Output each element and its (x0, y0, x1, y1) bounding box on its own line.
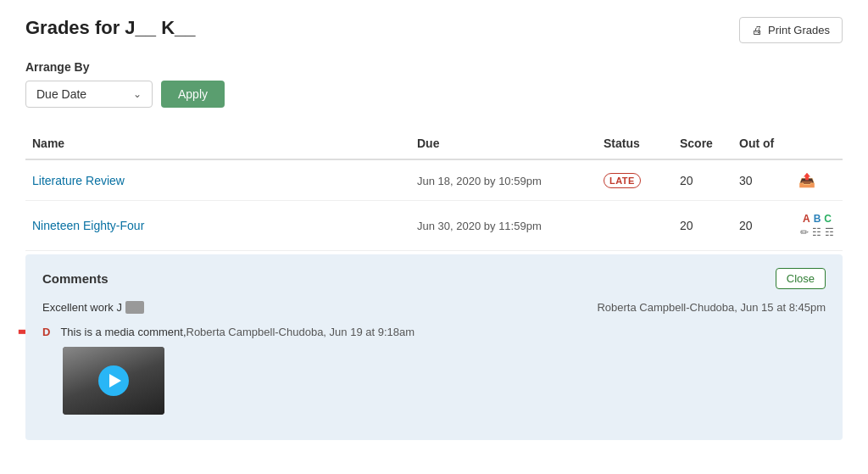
media-thumbnail[interactable] (63, 342, 164, 415)
table-body: Literature Review Jun 18, 2020 by 10:59p… (25, 159, 843, 251)
due-date-cell: Jun 18, 2020 by 10:59pm (410, 159, 597, 201)
col-due-header: Due (410, 128, 597, 159)
score-value: 20 (680, 219, 693, 232)
due-date-text: Jun 30, 2020 by 11:59pm (417, 220, 542, 232)
table-header: Name Due Status Score Out of (25, 128, 843, 159)
chevron-down-icon: ⌄ (133, 88, 142, 100)
arrange-by-dropdown[interactable]: Due Date ⌄ (25, 81, 153, 108)
comments-wrapper: ➔ Comments Close Excellent work J...... … (25, 254, 843, 440)
apply-button[interactable]: Apply (161, 81, 225, 108)
comment-content: D This is a media comment, (42, 326, 186, 338)
dropdown-value: Due Date (36, 87, 86, 101)
blurred-name: ...... (125, 301, 144, 314)
score-cell: 20 (673, 201, 732, 251)
assignment-name-cell: Literature Review (25, 159, 410, 201)
col-actions-header (792, 128, 843, 159)
outof-cell: 20 (732, 201, 792, 251)
comment-content: Excellent work J...... (42, 301, 597, 314)
actions-cell: 📤 (792, 159, 843, 201)
rubric-a: A (803, 213, 810, 225)
close-comments-button[interactable]: Close (776, 268, 826, 289)
page-title: Grades for J__ K__ (25, 17, 196, 39)
score-cell: 20 (673, 159, 732, 201)
col-outof-header: Out of (732, 128, 792, 159)
comments-title: Comments (42, 271, 108, 286)
literature-review-link[interactable]: Literature Review (32, 174, 125, 187)
video-thumbnail[interactable] (63, 347, 164, 415)
comment-row: D This is a media comment, Roberta Campb… (42, 326, 415, 338)
comment-item: Excellent work J...... Roberta Campbell-… (42, 301, 826, 314)
grades-table: Name Due Status Score Out of Literature … (25, 128, 843, 251)
col-name-header: Name (25, 128, 410, 159)
arrange-label: Arrange By (25, 60, 843, 74)
score-value: 20 (680, 174, 693, 187)
rubric-icon-2: ☷ (812, 226, 821, 238)
col-status-header: Status (597, 128, 673, 159)
arrange-section: Arrange By Due Date ⌄ Apply (25, 60, 843, 108)
outof-cell: 30 (732, 159, 792, 201)
play-icon (109, 374, 121, 388)
assignment-name-cell: Nineteen Eighty-Four (25, 201, 410, 251)
table-row: Nineteen Eighty-Four Jun 30, 2020 by 11:… (25, 201, 843, 251)
rubric-icon-1: ✏ (800, 226, 809, 238)
comments-header: Comments Close (42, 268, 826, 289)
col-score-header: Score (673, 128, 732, 159)
actions-cell: A B C ✏ ☷ ☶ (792, 201, 843, 251)
comment-author: Roberta Campbell-Chudoba, Jun 15 at 8:45… (597, 301, 826, 314)
printer-icon: 🖨 (752, 24, 763, 36)
rubric-icon: A B C ✏ ☷ ☶ (798, 213, 836, 238)
status-cell (597, 201, 673, 251)
table-row: Literature Review Jun 18, 2020 by 10:59p… (25, 159, 843, 201)
page-header: Grades for J__ K__ 🖨 Print Grades (25, 17, 843, 43)
rubric-b: B (814, 213, 821, 225)
comments-panel: Comments Close Excellent work J...... Ro… (25, 254, 843, 440)
outof-value: 30 (739, 174, 753, 187)
rubric-c: C (824, 213, 832, 225)
submit-icon: 📤 (798, 173, 815, 187)
status-cell: LATE (597, 159, 673, 201)
rubric-icon-3: ☶ (825, 226, 834, 238)
print-grades-button[interactable]: 🖨 Print Grades (739, 17, 843, 43)
d-label: D (42, 326, 50, 338)
late-badge: LATE (604, 173, 641, 188)
outof-value: 20 (739, 219, 753, 232)
grades-page: Grades for J__ K__ 🖨 Print Grades Arrang… (0, 0, 868, 474)
comment-text: Excellent work J...... (42, 301, 144, 314)
arrange-controls: Due Date ⌄ Apply (25, 81, 843, 108)
due-date-text: Jun 18, 2020 by 10:59pm (417, 175, 542, 187)
due-date-cell: Jun 30, 2020 by 11:59pm (410, 201, 597, 251)
comment-author: Roberta Campbell-Chudoba, Jun 19 at 9:18… (186, 326, 415, 338)
comment-item: D This is a media comment, Roberta Campb… (42, 326, 826, 415)
play-button[interactable] (98, 365, 129, 396)
nineteen-eighty-four-link[interactable]: Nineteen Eighty-Four (32, 219, 144, 232)
comment-text: This is a media comment, (60, 326, 186, 338)
